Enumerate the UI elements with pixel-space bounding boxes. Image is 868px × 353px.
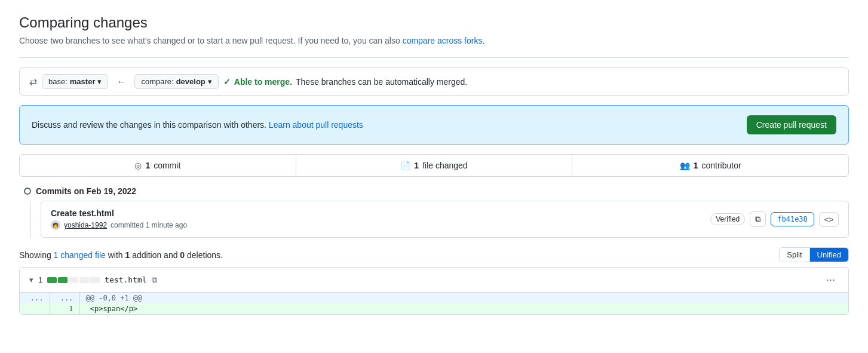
diff-add-old-num (20, 303, 50, 314)
commit-icon: ◎ (134, 161, 142, 170)
commits-date: Commits on Feb 19, 2022 (36, 186, 136, 196)
base-branch-button[interactable]: base: master ▾ (42, 74, 108, 89)
diff-line-num-new: ... (50, 293, 79, 303)
compare-icon: ⇄ (29, 76, 37, 87)
commit-author-link[interactable]: yoshida-1992 (64, 221, 107, 229)
compare-label: compare: (141, 77, 173, 86)
swap-branches-button[interactable]: ← (113, 75, 130, 88)
diff-table: ... ... @@ -0,0 +1 @@ 1 <p>span</p> (20, 293, 848, 314)
commit-card-left: Create test.html 🧑 yoshida-1992 committe… (51, 208, 187, 230)
copy-filename-button[interactable]: ⧉ (152, 275, 157, 285)
info-box-text: Discuss and review the changes in this c… (32, 120, 363, 130)
view-toggle: Split Unified (779, 247, 849, 262)
diff-add-new-num: 1 (50, 303, 79, 314)
diff-bar-seg-4 (79, 277, 89, 283)
divider (19, 57, 849, 58)
info-box: Discuss and review the changes in this c… (19, 105, 849, 145)
commit-title: Create test.html (51, 208, 187, 218)
addition-count: 1 (125, 250, 130, 260)
diff-header-left: ▾ 1 test.html ⧉ (29, 275, 157, 285)
diff-options-button[interactable]: ··· (823, 272, 839, 287)
compare-branch-button[interactable]: compare: develop ▾ (134, 74, 218, 89)
commit-label: commit (154, 161, 180, 170)
merge-check-icon: ✓ (223, 77, 231, 87)
commit-line-container: Create test.html 🧑 yoshida-1992 committe… (19, 201, 849, 238)
commit-count: 1 (145, 161, 150, 170)
commit-card-right: Verified ⧉ fb41e38 <> (710, 211, 839, 227)
verified-badge: Verified (710, 213, 745, 225)
diff-add-row: 1 <p>span</p> (20, 303, 848, 314)
contributor-icon: 👥 (680, 161, 690, 170)
create-pull-request-button[interactable]: Create pull request (747, 115, 836, 134)
diff-header-right: ··· (823, 272, 839, 287)
commits-section: Commits on Feb 19, 2022 Create test.html… (19, 186, 849, 238)
file-label: file changed (422, 161, 468, 170)
diff-file-header: ▾ 1 test.html ⧉ ··· (20, 268, 848, 293)
deletion-count: 0 (180, 250, 185, 260)
commit-avatar: 🧑 (51, 220, 60, 230)
commit-card: Create test.html 🧑 yoshida-1992 committe… (41, 201, 849, 238)
unified-view-button[interactable]: Unified (810, 248, 848, 262)
diff-expand-button[interactable]: ▾ (29, 275, 33, 284)
diff-section: ▾ 1 test.html ⧉ ··· ... ... @@ -0,0 +1 @… (19, 267, 849, 315)
commit-time: committed 1 minute ago (111, 221, 187, 229)
compare-chevron-icon: ▾ (208, 77, 212, 86)
file-icon: 📄 (400, 161, 410, 170)
commits-stat: ◎ 1 commit (20, 155, 296, 176)
diff-line-num-old: ... (20, 293, 50, 303)
compare-branch-name: develop (176, 77, 206, 86)
diff-bar (47, 277, 100, 283)
split-view-button[interactable]: Split (780, 248, 809, 262)
changed-file-link[interactable]: 1 changed file (54, 250, 106, 260)
contributors-stat: 👥 1 contributor (572, 155, 848, 176)
view-code-button[interactable]: <> (819, 212, 839, 227)
commit-meta: 🧑 yoshida-1992 committed 1 minute ago (51, 220, 187, 230)
page-subtitle: Choose two branches to see what's change… (19, 36, 849, 45)
diff-filename: test.html (105, 275, 146, 284)
merge-able-text: Able to merge. (234, 77, 292, 87)
base-chevron-icon: ▾ (97, 77, 102, 86)
commit-vertical-line (30, 201, 31, 238)
commit-hash-button[interactable]: fb41e38 (771, 212, 814, 226)
merge-status: ✓ Able to merge. These branches can be a… (223, 77, 467, 87)
diff-bar-seg-2 (58, 277, 68, 283)
base-label: base: (48, 77, 68, 86)
diff-hunk-row: ... ... @@ -0,0 +1 @@ (20, 293, 848, 303)
page-title: Comparing changes (19, 14, 849, 31)
merge-description: These branches can be automatically merg… (296, 77, 467, 87)
commit-dot (24, 188, 31, 195)
branch-selector-row: ⇄ base: master ▾ ← compare: develop ▾ ✓ … (19, 67, 849, 96)
diff-bar-seg-1 (47, 277, 57, 283)
stats-row: ◎ 1 commit 📄 1 file changed 👥 1 contribu… (19, 154, 849, 177)
compare-forks-link[interactable]: compare across forks. (403, 36, 485, 45)
diff-add-code: <p>span</p> (79, 303, 848, 314)
base-branch-name: master (70, 77, 96, 86)
learn-pull-requests-link[interactable]: Learn about pull requests (269, 120, 363, 130)
file-count: 1 (414, 161, 419, 170)
diff-bar-seg-3 (69, 277, 78, 283)
copy-commit-button[interactable]: ⧉ (750, 211, 766, 227)
diff-count: 1 (38, 275, 42, 284)
files-stat: 📄 1 file changed (296, 155, 573, 176)
commits-date-row: Commits on Feb 19, 2022 (19, 186, 849, 196)
contributor-count: 1 (694, 161, 698, 170)
diff-bar-seg-5 (90, 277, 100, 283)
showing-row: Showing 1 changed file with 1 addition a… (19, 247, 849, 262)
showing-text: Showing 1 changed file with 1 addition a… (19, 250, 223, 260)
diff-hunk-header-text: @@ -0,0 +1 @@ (79, 293, 848, 303)
contributor-label: contributor (702, 161, 741, 170)
